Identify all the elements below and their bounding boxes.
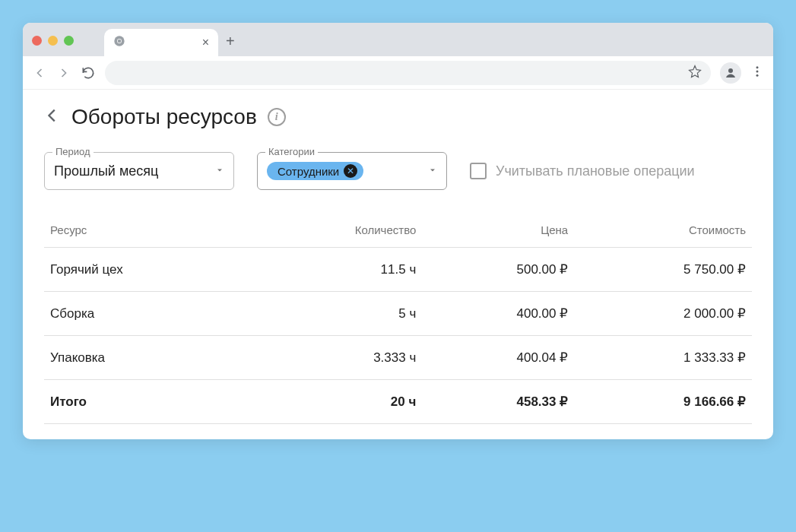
period-select[interactable]: Период Прошлый месяц (44, 152, 234, 190)
col-resource: Ресурс (44, 213, 247, 248)
dropdown-caret-icon (428, 164, 437, 178)
plan-ops-checkbox[interactable]: Учитывать плановые операции (470, 163, 695, 179)
svg-point-6 (756, 74, 759, 76)
page-title: Обороты ресурсов (71, 105, 257, 129)
browser-window: × + Обороты ресурсов (23, 23, 773, 439)
close-tab-icon[interactable]: × (202, 36, 209, 49)
tab-strip: × + (23, 23, 773, 56)
page-content: Обороты ресурсов i Период Прошлый месяц … (23, 90, 773, 439)
browser-tab[interactable]: × (104, 29, 218, 56)
checkbox-icon (470, 163, 487, 179)
bookmark-star-icon[interactable] (688, 65, 702, 81)
table-row: Сборка 5 ч 400.00 ₽ 2 000.00 ₽ (44, 292, 752, 336)
category-chip[interactable]: Сотрудники ✕ (267, 162, 363, 180)
svg-point-5 (756, 70, 759, 72)
resources-table: Ресурс Количество Цена Стоимость Горячий… (44, 213, 752, 424)
page-header: Обороты ресурсов i (44, 105, 752, 129)
dropdown-caret-icon (215, 164, 224, 178)
category-select[interactable]: Категории Сотрудники ✕ (257, 152, 447, 190)
address-bar-row (23, 56, 773, 90)
maximize-window-button[interactable] (64, 36, 74, 46)
info-icon[interactable]: i (268, 108, 286, 126)
window-controls (32, 36, 74, 46)
reload-button[interactable] (81, 65, 96, 81)
browser-menu-button[interactable] (750, 65, 764, 81)
svg-point-4 (756, 66, 759, 68)
table-row: Горячий цех 11.5 ч 500.00 ₽ 5 750.00 ₽ (44, 248, 752, 292)
minimize-window-button[interactable] (48, 36, 58, 46)
close-window-button[interactable] (32, 36, 42, 46)
period-label: Период (52, 146, 94, 157)
table-total-row: Итого 20 ч 458.33 ₽ 9 166.66 ₽ (44, 380, 752, 424)
chip-remove-icon[interactable]: ✕ (344, 164, 357, 178)
table-row: Упаковка 3.333 ч 400.04 ₽ 1 333.33 ₽ (44, 336, 752, 380)
chrome-icon (113, 35, 125, 50)
filters-row: Период Прошлый месяц Категории Сотрудник… (44, 152, 752, 190)
address-bar[interactable] (105, 61, 711, 85)
checkbox-label: Учитывать плановые операции (496, 163, 695, 179)
svg-point-3 (728, 68, 733, 73)
new-tab-button[interactable]: + (226, 33, 235, 50)
page-back-button[interactable] (44, 107, 61, 127)
category-chip-label: Сотрудники (277, 165, 339, 178)
forward-button[interactable] (56, 65, 71, 81)
col-quantity: Количество (247, 213, 423, 248)
back-button[interactable] (32, 65, 47, 81)
svg-point-2 (118, 40, 122, 43)
profile-avatar[interactable] (720, 62, 741, 84)
col-price: Цена (422, 213, 574, 248)
period-value: Прошлый месяц (54, 163, 215, 179)
category-label: Категории (265, 146, 318, 157)
col-cost: Стоимость (574, 213, 752, 248)
